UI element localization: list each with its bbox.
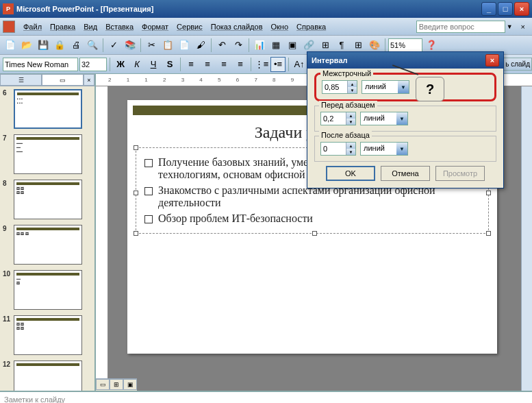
resize-handle[interactable] bbox=[134, 191, 138, 195]
grid-icon[interactable]: ⊞ bbox=[351, 38, 366, 53]
preview-button[interactable]: Просмотр bbox=[435, 166, 485, 181]
menu-insert[interactable]: Вставка bbox=[101, 21, 138, 32]
resize-handle[interactable] bbox=[312, 231, 317, 236]
after-unit-select[interactable]: линий▼ bbox=[360, 142, 408, 156]
help-icon[interactable]: ❓ bbox=[424, 38, 439, 53]
notes-pane[interactable]: Заметки к слайду bbox=[0, 391, 532, 403]
tables-borders-icon[interactable]: ▣ bbox=[285, 38, 300, 53]
help-search-input[interactable] bbox=[416, 21, 505, 33]
menu-window[interactable]: Окно bbox=[267, 21, 293, 32]
vertical-scrollbar[interactable] bbox=[521, 86, 532, 391]
undo-icon[interactable]: ↶ bbox=[214, 38, 229, 53]
save-icon[interactable]: 💾 bbox=[36, 38, 51, 53]
color-icon[interactable]: 🎨 bbox=[367, 38, 382, 53]
new-icon[interactable]: 📄 bbox=[3, 38, 18, 53]
document-icon[interactable] bbox=[3, 21, 15, 33]
menu-edit[interactable]: Правка bbox=[46, 21, 79, 32]
line-spacing-unit-select[interactable]: линий▼ bbox=[362, 80, 409, 94]
menu-help[interactable]: Справка bbox=[292, 21, 330, 32]
resize-handle[interactable] bbox=[486, 231, 491, 236]
font-name-select[interactable] bbox=[3, 58, 78, 71]
justify-icon[interactable]: ≡ bbox=[233, 57, 248, 72]
shadow-icon[interactable]: S bbox=[162, 57, 177, 72]
copy-icon[interactable]: 📋 bbox=[160, 38, 175, 53]
hyperlink-icon[interactable]: 🔗 bbox=[301, 38, 316, 53]
thumbnail-list[interactable]: 6▪ ▪ ▪▪ ▪ ▪ 7━━━━━━━━ 8🖼 🖼🖼 🖼 9🖼 🖼 🖼 10━… bbox=[0, 86, 94, 391]
align-center-icon[interactable]: ≡ bbox=[200, 57, 215, 72]
thumbnail-slide[interactable] bbox=[14, 361, 82, 391]
sorter-view-button[interactable]: ⊞ bbox=[110, 379, 123, 390]
menu-view[interactable]: Вид bbox=[79, 21, 101, 32]
thumbnail-slide[interactable]: ━━━━━━━━ bbox=[14, 134, 82, 174]
normal-view-button[interactable]: ▭ bbox=[96, 379, 110, 390]
outline-tab[interactable]: ☰ bbox=[0, 74, 42, 86]
align-left-icon[interactable]: ≡ bbox=[183, 57, 199, 72]
doc-close-button[interactable]: × bbox=[517, 21, 529, 32]
vertical-ruler[interactable] bbox=[96, 86, 108, 391]
thumbnail-slide[interactable]: ━━🖼 bbox=[14, 270, 82, 310]
research-icon[interactable]: 📚 bbox=[123, 38, 138, 53]
paste-icon[interactable]: 📄 bbox=[177, 38, 192, 53]
permission-icon[interactable]: 🔒 bbox=[52, 38, 67, 53]
resize-handle[interactable] bbox=[486, 191, 491, 195]
menu-format[interactable]: Формат bbox=[138, 21, 173, 32]
chart-icon[interactable]: 📊 bbox=[252, 38, 267, 53]
before-spinner[interactable]: ▲▼ bbox=[320, 112, 356, 125]
spin-down-icon[interactable]: ▼ bbox=[346, 149, 355, 155]
table-icon[interactable]: ▦ bbox=[268, 38, 283, 53]
bullet-item[interactable]: Обзор проблем ИТ-безопасности bbox=[140, 212, 484, 225]
spelling-icon[interactable]: ✓ bbox=[106, 38, 121, 53]
menu-show[interactable]: Показ слайдов bbox=[207, 21, 267, 32]
preview-icon[interactable]: 🔍 bbox=[85, 38, 100, 53]
line-spacing-spinner[interactable]: ▲▼ bbox=[322, 80, 357, 94]
slides-tab[interactable]: ▭ bbox=[42, 74, 84, 86]
spin-up-icon[interactable]: ▲ bbox=[346, 112, 355, 119]
minimize-button[interactable]: _ bbox=[481, 2, 496, 16]
after-input[interactable] bbox=[321, 143, 346, 155]
thumbnail-slide[interactable]: 🖼 🖼🖼 🖼 bbox=[14, 180, 82, 219]
after-spinner[interactable]: ▲▼ bbox=[320, 142, 356, 156]
dropdown-icon[interactable]: ▼ bbox=[396, 143, 407, 155]
resize-handle[interactable] bbox=[134, 231, 138, 236]
zoom-select[interactable] bbox=[388, 38, 422, 52]
underline-icon[interactable]: Ч bbox=[146, 57, 161, 72]
dialog-titlebar[interactable]: Интервал × bbox=[307, 52, 503, 69]
close-panel-button[interactable]: × bbox=[84, 74, 94, 86]
bold-icon[interactable]: Ж bbox=[113, 57, 128, 72]
dropdown-icon[interactable]: ▼ bbox=[507, 23, 513, 30]
before-unit-select[interactable]: линий▼ bbox=[360, 112, 408, 125]
numbering-icon[interactable]: ⋮≡ bbox=[254, 57, 269, 72]
dropdown-icon[interactable]: ▼ bbox=[398, 81, 409, 93]
spin-down-icon[interactable]: ▼ bbox=[346, 119, 355, 125]
spin-down-icon[interactable]: ▼ bbox=[347, 87, 357, 93]
cut-icon[interactable]: ✂ bbox=[144, 38, 159, 53]
dropdown-icon[interactable]: ▼ bbox=[396, 112, 407, 125]
spin-up-icon[interactable]: ▲ bbox=[347, 81, 357, 87]
close-button[interactable]: × bbox=[514, 2, 529, 16]
dialog-close-button[interactable]: × bbox=[485, 54, 499, 66]
spin-up-icon[interactable]: ▲ bbox=[346, 143, 355, 149]
maximize-button[interactable]: □ bbox=[498, 2, 513, 16]
open-icon[interactable]: 📂 bbox=[19, 38, 34, 53]
bullets-icon[interactable]: •≡ bbox=[270, 57, 286, 72]
task-pane-hint[interactable]: ь слайд bbox=[503, 58, 532, 71]
menu-file[interactable]: Файл bbox=[19, 21, 46, 32]
thumbnail-slide[interactable]: ▪ ▪ ▪▪ ▪ ▪ bbox=[14, 89, 82, 129]
expand-icon[interactable]: ⊞ bbox=[318, 38, 333, 53]
increase-font-icon[interactable]: A↑ bbox=[292, 57, 307, 72]
redo-icon[interactable]: ↷ bbox=[231, 38, 246, 53]
line-spacing-input[interactable] bbox=[322, 81, 347, 93]
cancel-button[interactable]: Отмена bbox=[381, 166, 430, 181]
menu-tools[interactable]: Сервис bbox=[173, 21, 207, 32]
slideshow-button[interactable]: ▣ bbox=[123, 379, 137, 390]
format-painter-icon[interactable]: 🖌 bbox=[193, 38, 208, 53]
before-input[interactable] bbox=[321, 112, 346, 125]
font-size-select[interactable] bbox=[79, 58, 107, 71]
align-right-icon[interactable]: ≡ bbox=[216, 57, 231, 72]
resize-handle[interactable] bbox=[134, 145, 138, 150]
thumbnail-slide[interactable]: 🖼 🖼 🖼 bbox=[14, 225, 82, 265]
italic-icon[interactable]: К bbox=[129, 57, 144, 72]
ok-button[interactable]: OK bbox=[326, 166, 375, 181]
thumbnail-slide[interactable]: 🖼 🖼🖼 🖼 bbox=[14, 315, 82, 355]
print-icon[interactable]: 🖨 bbox=[68, 38, 84, 53]
